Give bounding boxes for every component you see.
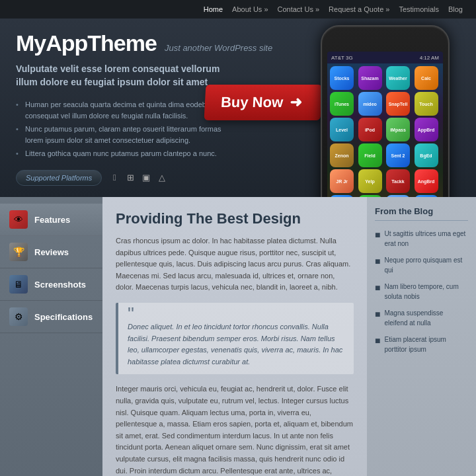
blockquote: " Donec aliquet. In et leo tincidunt tor… bbox=[116, 303, 354, 374]
eye-icon: 👁 bbox=[9, 210, 28, 229]
app-mail: Mail bbox=[386, 195, 410, 197]
windows-icon: ⊞ bbox=[124, 172, 136, 184]
app-messages: Msg bbox=[358, 195, 382, 197]
blockquote-text: Donec aliquet. In et leo tincidunt torto… bbox=[128, 321, 344, 368]
article-para-1: Cras rhoncus ipsum ac dolor. In hac habi… bbox=[116, 235, 354, 294]
blog-item-5: ■ Etiam placerat ipsum porttitor ipsum bbox=[375, 335, 468, 354]
nav-about[interactable]: About Us » bbox=[232, 5, 268, 13]
blog-bullet-icon-4: ■ bbox=[375, 309, 380, 319]
blockquote-mark: " bbox=[128, 309, 344, 319]
blog-text-3[interactable]: Nam libero tempore, cum soluta nobis bbox=[384, 282, 468, 301]
app-snaptell: SnapTell bbox=[386, 92, 410, 116]
app-appboard: AppBrd bbox=[415, 118, 438, 141]
gear-icon: ⚙ bbox=[9, 307, 28, 326]
blog-text-5[interactable]: Etiam placerat ipsum porttitor ipsum bbox=[384, 335, 468, 354]
blog-bullet-icon-1: ■ bbox=[375, 229, 380, 240]
buy-now-arrow-icon: ➜ bbox=[289, 94, 301, 111]
phone-carrier: AT&T 3G bbox=[331, 55, 353, 61]
app-level: Level bbox=[330, 118, 354, 141]
app-mideo: mideo bbox=[358, 92, 382, 116]
blog-text-1[interactable]: Ut sagittis ultrices uma eget erat non bbox=[384, 229, 468, 249]
nav-home[interactable]: Home bbox=[204, 5, 223, 13]
app-touchphysics: Touch bbox=[415, 92, 438, 116]
blog-item-2: ■ Neque porro quisquam est qui bbox=[375, 255, 468, 275]
article-title: Providing The Best Design bbox=[116, 210, 354, 227]
logo-tagline: Just another WordPress site bbox=[165, 43, 272, 53]
app-tackk: Tackk bbox=[386, 169, 410, 193]
phone-apps-grid: Stocks Shazam Weather Calc iTunes mideo … bbox=[327, 63, 443, 197]
app-safari: Safari bbox=[415, 195, 438, 197]
app-stocks: Stocks bbox=[330, 66, 354, 90]
app-itunes: iTunes bbox=[330, 92, 354, 116]
sidebar-label-specifications: Specifications bbox=[34, 312, 93, 322]
site-header: MyAppTheme Just another WordPress site V… bbox=[0, 19, 476, 197]
blog-bullet-icon-5: ■ bbox=[375, 335, 380, 346]
blog-bullet-icon-2: ■ bbox=[375, 256, 380, 266]
app-calculator: Calc bbox=[415, 66, 438, 90]
blog-sidebar-title: From the Blog bbox=[375, 206, 468, 221]
sidebar-item-reviews[interactable]: 🏆 Reviews bbox=[0, 236, 102, 268]
nav-testimonials[interactable]: Testimonials bbox=[399, 5, 439, 13]
sidebar-label-reviews: Reviews bbox=[34, 247, 69, 257]
main-article: Providing The Best Design Cras rhoncus i… bbox=[102, 197, 367, 476]
blog-item-1: ■ Ut sagittis ultrices uma eget erat non bbox=[375, 229, 468, 249]
bullet-2: Nunc putamus parum, claram antep osuerit… bbox=[16, 122, 241, 147]
app-fieldrunners: Field bbox=[358, 143, 382, 167]
blog-sidebar: From the Blog ■ Ut sagittis ultrices uma… bbox=[367, 197, 476, 476]
android-icon: △ bbox=[156, 172, 168, 184]
main-content: 👁 Features 🏆 Reviews 🖥 Screenshots ⚙ Spe… bbox=[0, 197, 476, 476]
sidebar-item-features[interactable]: 👁 Features bbox=[0, 204, 102, 236]
app-sentinel: Sent 2 bbox=[386, 143, 410, 167]
app-shazam: Shazam bbox=[358, 66, 382, 90]
blog-item-4: ■ Magna suspendisse eleifend at nulla bbox=[375, 308, 468, 328]
phone-status-bar: AT&T 3G 4:12 AM bbox=[327, 52, 443, 63]
app-phone: Phone bbox=[330, 195, 354, 197]
bullet-3: Littera gothica quam nunc putamus parum … bbox=[16, 147, 241, 161]
blog-bullet-icon-3: ■ bbox=[375, 282, 380, 293]
app-angrybirds: AngBrd bbox=[415, 169, 438, 193]
blackberry-icon: ▣ bbox=[140, 172, 152, 184]
platform-icons:  ⊞ ▣ △ bbox=[108, 172, 168, 184]
app-zenonia: Zenon bbox=[330, 143, 354, 167]
blog-item-3: ■ Nam libero tempore, cum soluta nobis bbox=[375, 282, 468, 301]
sidebar-label-features: Features bbox=[34, 215, 70, 225]
nav-contact[interactable]: Contact Us » bbox=[278, 5, 320, 13]
blog-text-4[interactable]: Magna suspendisse eleifend at nulla bbox=[384, 308, 468, 328]
phone-time: 4:12 AM bbox=[420, 55, 439, 61]
sidebar-item-screenshots[interactable]: 🖥 Screenshots bbox=[0, 268, 102, 301]
app-jr: JR Jr bbox=[330, 169, 354, 193]
buy-now-button[interactable]: Buy Now ➜ bbox=[204, 85, 323, 120]
article-para-2: Integer mauris orci, vehicula eu, feugia… bbox=[116, 383, 354, 476]
logo-text: MyAppTheme bbox=[16, 30, 157, 56]
top-navigation: Home About Us » Contact Us » Request a Q… bbox=[0, 0, 476, 19]
app-yelp: Yelp bbox=[358, 169, 382, 193]
app-impass: iMpass bbox=[386, 118, 410, 141]
nav-quote[interactable]: Request a Quote » bbox=[329, 5, 389, 13]
monitor-icon: 🖥 bbox=[9, 275, 28, 294]
apple-icon:  bbox=[108, 172, 120, 184]
app-background: BgEd bbox=[415, 143, 438, 167]
supported-platforms-label: Supported Platforms bbox=[16, 170, 102, 186]
trophy-icon: 🏆 bbox=[9, 243, 28, 261]
phone-mockup: AT&T 3G 4:12 AM Stocks Shazam Weather Ca… bbox=[321, 25, 463, 197]
nav-blog[interactable]: Blog bbox=[448, 5, 463, 13]
buy-now-label: Buy Now bbox=[220, 94, 283, 111]
app-ipod: iPod bbox=[358, 118, 382, 141]
sidebar-item-specifications[interactable]: ⚙ Specifications bbox=[0, 301, 102, 333]
blog-text-2[interactable]: Neque porro quisquam est qui bbox=[384, 255, 468, 275]
app-weather: Weather bbox=[386, 66, 410, 90]
sidebar: 👁 Features 🏆 Reviews 🖥 Screenshots ⚙ Spe… bbox=[0, 197, 102, 476]
sidebar-label-screenshots: Screenshots bbox=[34, 280, 86, 290]
